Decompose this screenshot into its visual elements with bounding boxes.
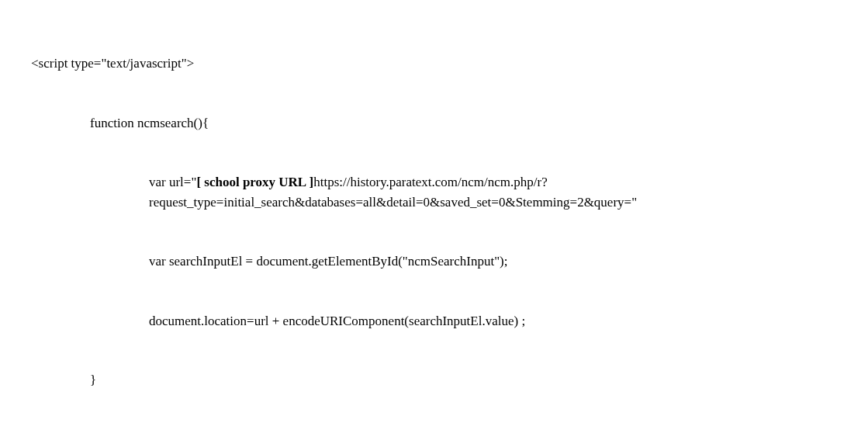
code-line: <script type="text/javascript"> [31, 54, 837, 74]
code-text: var url=" [149, 175, 196, 189]
code-line: } [31, 370, 837, 390]
code-line: var searchInputEl = document.getElementB… [31, 251, 837, 272]
bold-placeholder: [ school proxy URL ] [196, 175, 313, 189]
code-line: function ncmsearch(){ [31, 113, 837, 133]
code-line-url: var url="[ school proxy URL ]https://his… [31, 172, 754, 212]
code-line: document.location=url + encodeURICompone… [31, 311, 837, 331]
code-snippet: <script type="text/javascript"> function… [31, 14, 837, 423]
